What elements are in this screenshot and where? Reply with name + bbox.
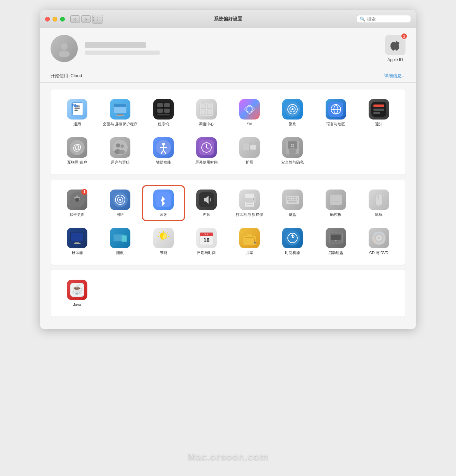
pref-item-network[interactable]: 网络 — [100, 187, 140, 220]
forward-button[interactable]: › — [81, 15, 91, 23]
pref-item-scheduler[interactable]: 调度中心 — [187, 96, 226, 129]
pref-label-sound: 声音 — [203, 212, 210, 217]
pref-icon-cd — [369, 228, 389, 248]
pref-item-trackpad[interactable]: 触控板 — [316, 187, 356, 220]
pref-icon-sound — [196, 190, 217, 210]
pref-label-timemachine: 时间机器 — [285, 250, 300, 255]
svg-text:@: @ — [73, 142, 81, 152]
svg-rect-85 — [292, 199, 294, 200]
pref-item-focus[interactable]: 聚焦 — [273, 96, 312, 129]
svg-rect-37 — [373, 109, 384, 111]
pref-icon-users — [110, 137, 130, 158]
svg-point-42 — [116, 143, 120, 148]
pref-item-general[interactable]: File 通用 — [57, 96, 97, 129]
pref-item-software[interactable]: 1 软件更新 — [57, 187, 97, 220]
pref-item-notify[interactable]: 通知 — [359, 96, 399, 129]
icloud-detail-link[interactable]: 详细信息... — [384, 73, 405, 79]
pref-item-sidecar[interactable]: 随航 — [100, 225, 140, 258]
pref-label-notify: 通知 — [375, 122, 383, 126]
minimize-button[interactable] — [53, 17, 57, 22]
pref-label-bluetooth: 蓝牙 — [160, 212, 167, 217]
pref-icon-screentime — [196, 137, 217, 158]
search-box[interactable]: 🔍 — [357, 15, 411, 23]
svg-rect-58 — [250, 145, 256, 150]
pref-item-mouse[interactable]: 鼠标 — [359, 187, 399, 220]
pref-item-screentime[interactable]: 屏幕使用时间 — [187, 135, 226, 167]
pref-item-desktop[interactable]: 桌面与 屏幕保护程序 — [100, 96, 140, 129]
back-button[interactable]: ‹ — [70, 15, 80, 23]
item-badge-software: 1 — [81, 189, 87, 195]
pref-item-access[interactable]: 辅助功能 — [144, 135, 183, 167]
pref-item-startup[interactable]: 启动磁盘 — [316, 225, 356, 258]
svg-text:18: 18 — [203, 237, 210, 243]
pref-icon-scheduler — [196, 99, 217, 120]
svg-rect-97 — [74, 243, 81, 244]
svg-point-1 — [59, 51, 70, 57]
pref-icon-network — [110, 190, 130, 210]
pref-item-cd[interactable]: CD 与 DVD — [359, 225, 399, 258]
pref-item-keyboard[interactable]: 键盘 — [273, 187, 312, 220]
user-email-placeholder — [85, 51, 160, 55]
section-1: File 通用 桌面与 屏幕保护程序 程序坞 调度中心 — [51, 89, 405, 174]
pref-item-timemachine[interactable]: 时间机器 — [273, 225, 312, 258]
close-button[interactable] — [45, 17, 50, 22]
svg-line-104 — [167, 233, 168, 233]
svg-rect-15 — [157, 103, 163, 107]
pref-label-access: 辅助功能 — [156, 160, 171, 165]
pref-item-sound[interactable]: 声音 — [187, 187, 226, 220]
svg-text:JUL: JUL — [204, 233, 209, 236]
svg-text:File: File — [72, 103, 78, 108]
pref-item-display[interactable]: 显示器 — [57, 225, 97, 258]
pref-item-printer[interactable]: 打印机与 扫描仪 — [230, 187, 269, 220]
grid-view-button[interactable]: ⋮⋮⋮ — [92, 15, 103, 24]
pref-icon-mouse — [369, 190, 389, 210]
pref-item-internet[interactable]: @ 互联网 账户 — [57, 135, 97, 167]
pref-icon-timemachine — [282, 228, 303, 248]
pref-icon-printer — [239, 190, 260, 210]
svg-rect-93 — [377, 195, 379, 198]
pref-icon-java: ☕ — [67, 280, 87, 300]
section-2: 1 软件更新 网络 — [51, 180, 405, 265]
pref-label-users: 用户与群组 — [111, 160, 130, 165]
pref-label-sidecar: 随航 — [116, 250, 124, 255]
pref-label-energy: 节能 — [160, 250, 167, 255]
pref-label-printer: 打印机与 扫描仪 — [236, 212, 263, 217]
pref-item-extensions[interactable]: 扩展 — [230, 135, 269, 167]
pref-item-mission[interactable]: 程序坞 — [144, 96, 183, 129]
apple-id-button[interactable]: 1 Apple ID — [385, 35, 405, 62]
pref-label-siri: Siri — [247, 122, 252, 126]
pref-icon-bluetooth — [153, 190, 174, 210]
fullscreen-button[interactable] — [60, 17, 65, 22]
svg-rect-79 — [289, 197, 291, 198]
pref-item-security[interactable]: 安全性与隐私 — [273, 135, 312, 167]
svg-point-64 — [75, 198, 79, 202]
search-input[interactable] — [367, 16, 408, 22]
pref-icon-trackpad — [326, 190, 346, 210]
pref-icon-sidecar — [110, 228, 130, 248]
pref-item-bluetooth[interactable]: 蓝牙 — [144, 187, 183, 220]
pref-icon-access — [153, 137, 174, 158]
pref-item-energy[interactable]: 节能 — [144, 225, 183, 258]
pref-icon-internet: @ — [67, 137, 87, 158]
pref-label-mouse: 鼠标 — [375, 212, 383, 217]
svg-point-76 — [253, 198, 254, 200]
nav-buttons: ‹ › — [70, 15, 91, 23]
pref-item-users[interactable]: 用户与群组 — [100, 135, 140, 167]
pref-icon-notify — [369, 99, 389, 120]
pref-label-screentime: 屏幕使用时间 — [195, 160, 218, 165]
pref-item-language[interactable]: 语言与地区 — [316, 96, 356, 129]
svg-point-126 — [378, 237, 380, 239]
section-3: ☕ Java — [51, 270, 405, 317]
pref-item-sharing[interactable]: 🚶 共享 — [230, 225, 269, 258]
pref-label-security: 安全性与隐私 — [281, 160, 304, 165]
pref-label-scheduler: 调度中心 — [199, 122, 214, 126]
pref-grid-4: 显示器 随航 节能 JUL — [57, 225, 399, 258]
svg-rect-24 — [207, 110, 212, 115]
pref-item-java[interactable]: ☕ Java — [57, 277, 97, 310]
pref-grid-5: ☕ Java — [57, 277, 399, 310]
pref-item-siri[interactable]: Siri — [230, 96, 269, 129]
pref-label-software: 软件更新 — [70, 212, 85, 217]
main-window: ‹ › ⋮⋮⋮ 系统偏好设置 🔍 — [40, 10, 416, 329]
pref-item-date[interactable]: JUL 18 日期与时间 — [187, 225, 226, 258]
avatar — [51, 35, 78, 62]
